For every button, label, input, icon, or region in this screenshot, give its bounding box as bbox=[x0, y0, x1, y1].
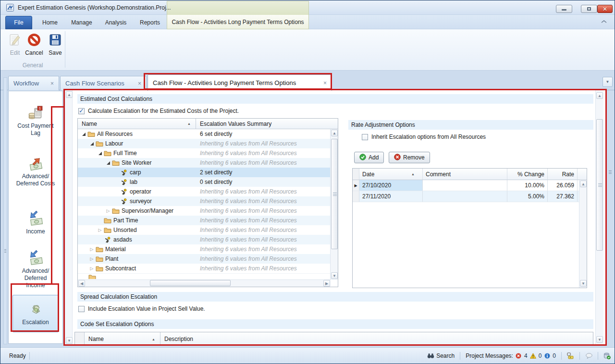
tree-row[interactable]: MaterialInheriting 6 values from All Res… bbox=[78, 244, 338, 254]
database-icon[interactable] bbox=[603, 352, 611, 359]
tree-row[interactable]: LabourInheriting 6 values from All Resou… bbox=[78, 139, 338, 148]
tree-row[interactable]: carp2 set directly bbox=[78, 168, 338, 177]
sidebar-item-advanced[interactable]: Advanced/DeferredIncome bbox=[9, 248, 62, 291]
sidebar-item-escalation[interactable]: Escalation bbox=[12, 295, 59, 332]
scroll-down-icon[interactable]: ▼ bbox=[580, 280, 587, 287]
ribbon-tab-analysis[interactable]: Analysis bbox=[100, 16, 131, 29]
tree-row[interactable]: lab0 set directly bbox=[78, 177, 338, 187]
expander-icon[interactable] bbox=[105, 160, 111, 166]
maximize-button[interactable] bbox=[581, 5, 597, 13]
comment-cell[interactable] bbox=[423, 180, 507, 191]
sidebar-item-label: Cost Payment bbox=[17, 122, 53, 130]
ribbon-tab-home[interactable]: Home bbox=[37, 16, 63, 29]
expander-icon[interactable] bbox=[89, 141, 95, 146]
sidebar-item-cost-payment[interactable]: 1Cost PaymentLag bbox=[9, 103, 62, 139]
right-splitter-grip[interactable] bbox=[609, 170, 612, 175]
scroll-down-icon[interactable]: ▼ bbox=[66, 337, 73, 344]
expander-icon[interactable] bbox=[89, 266, 95, 271]
tree-row[interactable]: UnsortedInheriting 6 values from All Res… bbox=[78, 225, 338, 235]
rate-row[interactable]: 27/11/20205.00%27.362 bbox=[353, 191, 587, 202]
date-cell[interactable]: 27/11/2020 bbox=[359, 191, 423, 202]
column-header-description[interactable]: Description bbox=[160, 332, 593, 345]
project-messages-label[interactable]: Project Messages: bbox=[466, 352, 513, 359]
include-escalation-checkbox[interactable] bbox=[78, 306, 85, 312]
tree-row[interactable]: surveyorInheriting 6 values from All Res… bbox=[78, 196, 338, 206]
scroll-up-icon[interactable]: ▲ bbox=[596, 92, 603, 99]
ribbon-tab-manage[interactable]: Manage bbox=[67, 16, 97, 29]
column-header-comment[interactable]: Comment bbox=[423, 169, 507, 180]
column-header-change[interactable]: % Change bbox=[507, 169, 548, 180]
ribbon-tab-file[interactable]: File bbox=[5, 16, 32, 29]
change-cell[interactable]: 10.00% bbox=[507, 180, 548, 191]
expander-icon[interactable] bbox=[97, 227, 103, 233]
page-scrollbar[interactable]: ▲ ▼ bbox=[595, 90, 603, 345]
scroll-right-icon[interactable]: ▶ bbox=[323, 280, 330, 287]
sidebar-item-income[interactable]: Income bbox=[9, 208, 62, 237]
left-scrollbar[interactable]: ▲ ▼ bbox=[65, 90, 73, 345]
expander-icon[interactable] bbox=[89, 256, 95, 262]
tab-workflow[interactable]: Workflow× bbox=[8, 76, 59, 90]
column-header-summary[interactable]: Escalation Values Summary bbox=[196, 119, 338, 129]
key-icon[interactable] bbox=[567, 352, 574, 359]
calculate-escalation-checkbox[interactable] bbox=[78, 108, 85, 114]
column-header-name[interactable]: Name▲ bbox=[85, 332, 160, 345]
rate-vertical-scrollbar[interactable]: ▲ ▼ bbox=[579, 180, 587, 288]
scroll-thumb[interactable] bbox=[150, 280, 231, 286]
tree-row[interactable]: All Resources6 set directly bbox=[78, 129, 338, 139]
cancel-button[interactable]: Cancel bbox=[24, 31, 45, 63]
search-button[interactable]: Search bbox=[436, 352, 455, 359]
close-tab-icon[interactable]: × bbox=[320, 80, 327, 86]
save-button[interactable]: Save bbox=[45, 31, 66, 63]
tree-row-partial[interactable] bbox=[78, 273, 338, 279]
tree-row[interactable]: Supervisor/ManagerInheriting 6 values fr… bbox=[78, 206, 338, 216]
tree-vertical-scrollbar[interactable]: ▲ ▼ bbox=[330, 129, 338, 280]
tree-row[interactable]: Site WorkerInheriting 6 values from All … bbox=[78, 158, 338, 168]
tree-row[interactable]: Full TimeInheriting 6 values from All Re… bbox=[78, 148, 338, 158]
expander-icon[interactable] bbox=[89, 246, 95, 252]
scroll-up-icon[interactable]: ▲ bbox=[66, 91, 73, 98]
left-splitter[interactable] bbox=[3, 77, 7, 344]
column-header-rate[interactable]: Rate bbox=[548, 169, 578, 180]
tab-list-dropdown[interactable]: ▼ bbox=[603, 77, 613, 87]
close-button[interactable]: ✕ bbox=[597, 5, 613, 13]
expander-icon[interactable] bbox=[105, 208, 111, 214]
close-tab-icon[interactable]: × bbox=[134, 80, 141, 87]
minimize-button[interactable] bbox=[556, 5, 572, 13]
scroll-down-icon[interactable]: ▼ bbox=[331, 272, 338, 279]
sidebar-item-advanced[interactable]: Advanced/Deferred Costs bbox=[9, 153, 62, 189]
column-header-name[interactable]: Name▲ bbox=[78, 119, 196, 129]
ribbon-tab-contextual[interactable]: Cash Flow - Activities Long Payment Term… bbox=[167, 15, 309, 29]
edit-button[interactable]: Edit bbox=[4, 31, 25, 63]
scroll-down-icon[interactable]: ▼ bbox=[596, 336, 603, 343]
tree-row[interactable]: operatorInheriting 6 values from All Res… bbox=[78, 187, 338, 196]
comment-icon[interactable] bbox=[585, 352, 592, 359]
date-cell[interactable]: 27/10/2020 bbox=[359, 180, 423, 191]
tab-cash-flow-options[interactable]: Cash Flow - Activities Long Payment Term… bbox=[148, 74, 332, 91]
close-tab-icon[interactable]: × bbox=[47, 80, 54, 87]
estimated-cost-header: Estimated Cost Calculations bbox=[77, 94, 593, 104]
rate-cell[interactable]: 27.362 bbox=[548, 191, 578, 202]
inherit-escalation-checkbox[interactable] bbox=[362, 134, 368, 140]
comment-cell[interactable] bbox=[423, 191, 507, 202]
tree-row[interactable]: Part TimeInheriting 6 values from All Re… bbox=[78, 216, 338, 225]
tree-row[interactable]: asdadsInheriting 6 values from All Resou… bbox=[78, 235, 338, 244]
tree-row[interactable]: SubcontractInheriting 6 values from All … bbox=[78, 264, 338, 273]
scroll-up-icon[interactable]: ▲ bbox=[580, 181, 587, 187]
collapse-ribbon-icon[interactable] bbox=[600, 19, 609, 25]
ribbon-tab-reports[interactable]: Reports bbox=[135, 16, 165, 29]
tab-cash-flow-scenarios[interactable]: Cash Flow Scenarios× bbox=[60, 76, 147, 90]
scroll-left-icon[interactable]: ◀ bbox=[78, 280, 85, 287]
rate-cell[interactable]: 26.059 bbox=[548, 180, 578, 191]
scroll-thumb[interactable] bbox=[331, 139, 338, 249]
remove-button[interactable]: Remove bbox=[389, 152, 430, 163]
scroll-up-icon[interactable]: ▲ bbox=[331, 130, 338, 136]
change-cell[interactable]: 5.00% bbox=[507, 191, 548, 202]
tree-horizontal-scrollbar[interactable]: ◀ ▶ bbox=[78, 279, 331, 287]
tree-row[interactable]: PlantInheriting 6 values from All Resour… bbox=[78, 254, 338, 264]
column-header-date[interactable]: Date▲ bbox=[359, 169, 423, 180]
scroll-thumb[interactable] bbox=[596, 119, 603, 251]
rate-row[interactable]: ▶27/10/202010.00%26.059 bbox=[353, 180, 587, 191]
expander-icon[interactable] bbox=[81, 131, 86, 137]
expander-icon[interactable] bbox=[97, 150, 103, 156]
add-button[interactable]: Add bbox=[354, 152, 384, 163]
